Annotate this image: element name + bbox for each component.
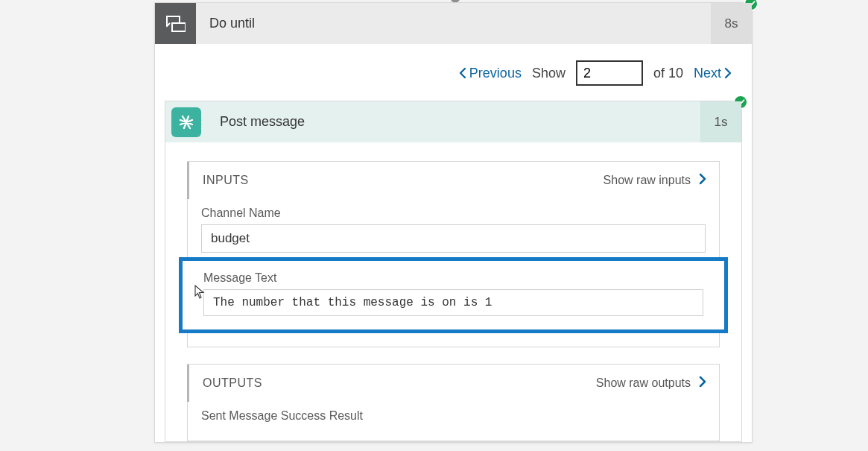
do-until-header[interactable]: Do until 8s <box>155 3 752 44</box>
chevron-right-icon <box>698 375 707 391</box>
iteration-pagination: Previous Show of 10 Next <box>155 44 752 93</box>
chevron-right-icon <box>698 172 707 189</box>
highlighted-region: Message Text The number that this messag… <box>179 257 728 333</box>
show-raw-outputs-label: Show raw outputs <box>596 376 691 390</box>
sent-message-result-field: Sent Message Success Result <box>188 402 719 423</box>
show-raw-inputs-button[interactable]: Show raw inputs <box>604 172 707 189</box>
do-until-icon <box>155 3 196 44</box>
chevron-left-icon <box>458 67 467 79</box>
chevron-right-icon <box>723 67 732 79</box>
post-message-header[interactable]: Post message 1s <box>165 101 741 142</box>
channel-name-label: Channel Name <box>201 206 706 220</box>
show-label: Show <box>532 66 566 81</box>
channel-name-field: Channel Name budget <box>188 199 719 253</box>
outputs-section: OUTPUTS Show raw outputs Sent Message Su… <box>187 364 720 441</box>
previous-label: Previous <box>469 66 522 81</box>
svg-rect-0 <box>172 23 186 31</box>
iteration-index-input[interactable] <box>576 60 643 86</box>
sent-message-result-label: Sent Message Success Result <box>201 409 706 423</box>
do-until-action-card: Do until 8s Previous Show of 10 Next <box>154 2 753 443</box>
previous-button[interactable]: Previous <box>458 66 522 81</box>
do-until-duration: 8s <box>711 3 752 44</box>
post-message-icon-box <box>165 101 206 142</box>
inputs-title: INPUTS <box>203 174 249 187</box>
inputs-section-head: INPUTS Show raw inputs <box>187 162 719 199</box>
outputs-section-head: OUTPUTS Show raw outputs <box>187 365 719 402</box>
post-message-duration: 1s <box>700 101 741 142</box>
channel-name-value: budget <box>201 224 706 253</box>
show-raw-inputs-label: Show raw inputs <box>604 174 691 187</box>
message-text-label: Message Text <box>203 271 703 285</box>
post-message-title: Post message <box>220 114 700 130</box>
slack-icon <box>171 107 201 137</box>
next-label: Next <box>694 66 721 81</box>
inputs-section: INPUTS Show raw inputs Channel Name budg… <box>187 161 720 347</box>
outputs-title: OUTPUTS <box>203 376 262 390</box>
of-label: of 10 <box>653 66 683 81</box>
post-message-card: Post message 1s INPUTS Show raw inputs C… <box>165 101 742 442</box>
do-until-title: Do until <box>209 16 711 31</box>
show-raw-outputs-button[interactable]: Show raw outputs <box>596 375 707 391</box>
next-button[interactable]: Next <box>694 66 732 81</box>
do-until-body: Previous Show of 10 Next <box>155 44 752 442</box>
message-text-value: The number that this message is on is 1 <box>203 289 703 316</box>
